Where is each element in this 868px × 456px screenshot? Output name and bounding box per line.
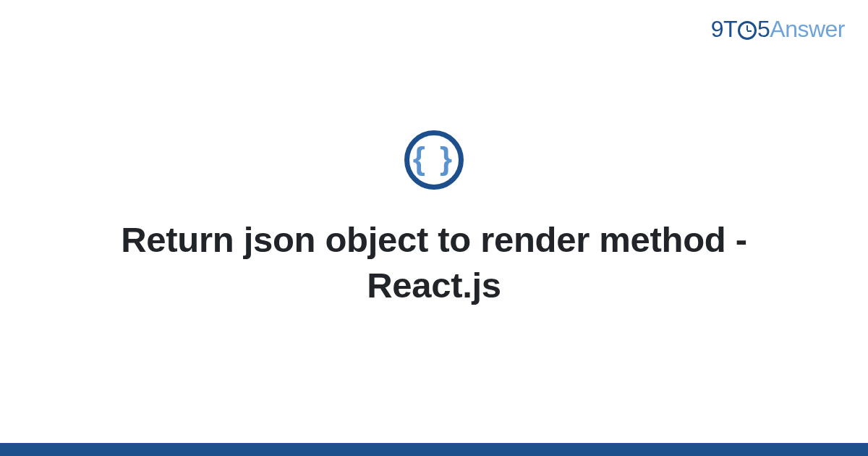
site-logo: 9T 5 Answer <box>711 16 845 43</box>
page-title: Return json object to render method - Re… <box>101 217 767 308</box>
code-braces-icon: { } <box>413 143 455 174</box>
logo-text-9t: 9T <box>711 16 737 43</box>
logo-text-answer: Answer <box>770 16 845 43</box>
footer-bar <box>0 443 868 456</box>
category-icon-circle: { } <box>404 130 464 190</box>
clock-icon <box>738 21 757 40</box>
logo-text-5: 5 <box>757 16 770 43</box>
main-content: { } Return json object to render method … <box>0 130 868 308</box>
